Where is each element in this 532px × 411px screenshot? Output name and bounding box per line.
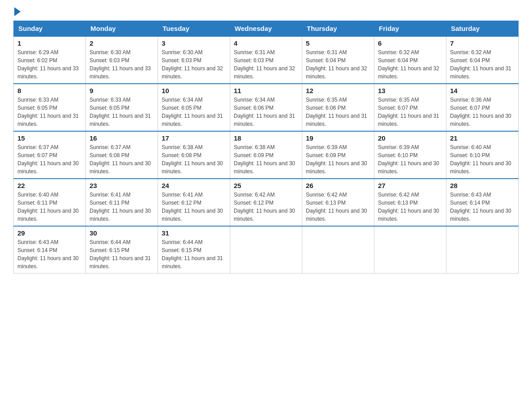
day-number: 19: [306, 134, 370, 142]
day-info: Sunrise: 6:39 AMSunset: 6:10 PMDaylight:…: [378, 144, 439, 175]
day-info: Sunrise: 6:44 AMSunset: 6:15 PMDaylight:…: [162, 239, 223, 270]
calendar-week-row: 1 Sunrise: 6:29 AMSunset: 6:02 PMDayligh…: [14, 36, 519, 84]
calendar-header-thursday: Thursday: [302, 21, 374, 37]
calendar-header-row: SundayMondayTuesdayWednesdayThursdayFrid…: [14, 21, 519, 37]
calendar-day-cell: 13 Sunrise: 6:35 AMSunset: 6:07 PMDaylig…: [374, 84, 446, 131]
calendar-day-cell: 20 Sunrise: 6:39 AMSunset: 6:10 PMDaylig…: [374, 131, 446, 179]
day-number: 5: [306, 39, 370, 47]
day-info: Sunrise: 6:42 AMSunset: 6:12 PMDaylight:…: [234, 192, 295, 222]
calendar-day-cell: 27 Sunrise: 6:42 AMSunset: 6:13 PMDaylig…: [374, 179, 446, 226]
day-number: 18: [234, 134, 298, 142]
calendar-day-cell: 9 Sunrise: 6:33 AMSunset: 6:05 PMDayligh…: [86, 84, 158, 131]
calendar-header-tuesday: Tuesday: [158, 21, 230, 37]
day-info: Sunrise: 6:36 AMSunset: 6:07 PMDaylight:…: [450, 97, 511, 127]
day-info: Sunrise: 6:32 AMSunset: 6:04 PMDaylight:…: [450, 49, 511, 80]
day-number: 30: [90, 229, 154, 237]
calendar-day-cell: 25 Sunrise: 6:42 AMSunset: 6:12 PMDaylig…: [230, 179, 302, 226]
day-number: 17: [162, 134, 226, 142]
calendar-day-cell: 22 Sunrise: 6:40 AMSunset: 6:11 PMDaylig…: [14, 179, 86, 226]
day-number: 9: [90, 87, 154, 94]
day-number: 15: [17, 134, 82, 142]
calendar-day-cell: 17 Sunrise: 6:38 AMSunset: 6:08 PMDaylig…: [158, 131, 230, 179]
day-number: 22: [17, 182, 82, 189]
calendar-week-row: 22 Sunrise: 6:40 AMSunset: 6:11 PMDaylig…: [14, 179, 519, 226]
calendar-header-wednesday: Wednesday: [230, 21, 302, 37]
day-info: Sunrise: 6:39 AMSunset: 6:09 PMDaylight:…: [306, 144, 367, 175]
calendar-day-cell: 3 Sunrise: 6:30 AMSunset: 6:03 PMDayligh…: [158, 36, 230, 84]
calendar-day-cell: 2 Sunrise: 6:30 AMSunset: 6:03 PMDayligh…: [86, 36, 158, 84]
day-number: 16: [90, 134, 154, 142]
day-number: 26: [306, 182, 370, 189]
calendar-day-cell: 30 Sunrise: 6:44 AMSunset: 6:15 PMDaylig…: [86, 226, 158, 274]
calendar-header-saturday: Saturday: [446, 21, 519, 37]
day-info: Sunrise: 6:42 AMSunset: 6:13 PMDaylight:…: [306, 192, 367, 222]
day-info: Sunrise: 6:30 AMSunset: 6:03 PMDaylight:…: [90, 49, 151, 80]
day-number: 11: [234, 87, 298, 94]
day-info: Sunrise: 6:30 AMSunset: 6:03 PMDaylight:…: [162, 49, 223, 80]
calendar-day-cell: 24 Sunrise: 6:41 AMSunset: 6:12 PMDaylig…: [158, 179, 230, 226]
day-info: Sunrise: 6:37 AMSunset: 6:07 PMDaylight:…: [17, 144, 79, 175]
day-number: 2: [90, 39, 154, 47]
calendar-day-cell: [230, 226, 302, 274]
day-number: 31: [162, 229, 226, 237]
logo-arrow-icon: [14, 7, 21, 16]
calendar-day-cell: [374, 226, 446, 274]
calendar-day-cell: 10 Sunrise: 6:34 AMSunset: 6:05 PMDaylig…: [158, 84, 230, 131]
day-number: 24: [162, 182, 226, 189]
day-info: Sunrise: 6:33 AMSunset: 6:05 PMDaylight:…: [17, 97, 79, 127]
day-info: Sunrise: 6:42 AMSunset: 6:13 PMDaylight:…: [378, 192, 439, 222]
calendar-day-cell: 29 Sunrise: 6:43 AMSunset: 6:14 PMDaylig…: [14, 226, 86, 274]
day-info: Sunrise: 6:38 AMSunset: 6:08 PMDaylight:…: [162, 144, 223, 175]
calendar-day-cell: 1 Sunrise: 6:29 AMSunset: 6:02 PMDayligh…: [14, 36, 86, 84]
day-info: Sunrise: 6:34 AMSunset: 6:05 PMDaylight:…: [162, 97, 223, 127]
day-info: Sunrise: 6:32 AMSunset: 6:04 PMDaylight:…: [378, 49, 439, 80]
day-info: Sunrise: 6:40 AMSunset: 6:11 PMDaylight:…: [17, 192, 79, 222]
day-number: 13: [378, 87, 442, 94]
day-number: 3: [162, 39, 226, 47]
calendar-day-cell: 4 Sunrise: 6:31 AMSunset: 6:03 PMDayligh…: [230, 36, 302, 84]
logo: [13, 9, 21, 16]
day-info: Sunrise: 6:38 AMSunset: 6:09 PMDaylight:…: [234, 144, 295, 175]
day-info: Sunrise: 6:33 AMSunset: 6:05 PMDaylight:…: [90, 97, 151, 127]
day-number: 20: [378, 134, 442, 142]
calendar-day-cell: 31 Sunrise: 6:44 AMSunset: 6:15 PMDaylig…: [158, 226, 230, 274]
day-number: 6: [378, 39, 442, 47]
day-number: 23: [90, 182, 154, 189]
day-info: Sunrise: 6:35 AMSunset: 6:06 PMDaylight:…: [306, 97, 367, 127]
day-info: Sunrise: 6:35 AMSunset: 6:07 PMDaylight:…: [378, 97, 439, 127]
calendar-day-cell: 8 Sunrise: 6:33 AMSunset: 6:05 PMDayligh…: [14, 84, 86, 131]
day-number: 7: [450, 39, 515, 47]
day-info: Sunrise: 6:43 AMSunset: 6:14 PMDaylight:…: [17, 239, 79, 270]
calendar-week-row: 15 Sunrise: 6:37 AMSunset: 6:07 PMDaylig…: [14, 131, 519, 179]
calendar-table: SundayMondayTuesdayWednesdayThursdayFrid…: [13, 21, 519, 274]
calendar-header-sunday: Sunday: [14, 21, 86, 37]
day-number: 10: [162, 87, 226, 94]
calendar-day-cell: [302, 226, 374, 274]
day-info: Sunrise: 6:40 AMSunset: 6:10 PMDaylight:…: [450, 144, 511, 175]
calendar-day-cell: 6 Sunrise: 6:32 AMSunset: 6:04 PMDayligh…: [374, 36, 446, 84]
calendar-day-cell: 15 Sunrise: 6:37 AMSunset: 6:07 PMDaylig…: [14, 131, 86, 179]
day-info: Sunrise: 6:34 AMSunset: 6:06 PMDaylight:…: [234, 97, 295, 127]
day-number: 8: [17, 87, 82, 94]
calendar-day-cell: 11 Sunrise: 6:34 AMSunset: 6:06 PMDaylig…: [230, 84, 302, 131]
day-info: Sunrise: 6:37 AMSunset: 6:08 PMDaylight:…: [90, 144, 151, 175]
day-number: 1: [17, 39, 82, 47]
calendar-day-cell: 19 Sunrise: 6:39 AMSunset: 6:09 PMDaylig…: [302, 131, 374, 179]
calendar-day-cell: 26 Sunrise: 6:42 AMSunset: 6:13 PMDaylig…: [302, 179, 374, 226]
day-info: Sunrise: 6:31 AMSunset: 6:03 PMDaylight:…: [234, 49, 295, 80]
day-number: 4: [234, 39, 298, 47]
calendar-day-cell: 16 Sunrise: 6:37 AMSunset: 6:08 PMDaylig…: [86, 131, 158, 179]
calendar-day-cell: 28 Sunrise: 6:43 AMSunset: 6:14 PMDaylig…: [446, 179, 519, 226]
day-number: 28: [450, 182, 515, 189]
day-number: 21: [450, 134, 515, 142]
calendar-week-row: 29 Sunrise: 6:43 AMSunset: 6:14 PMDaylig…: [14, 226, 519, 274]
day-info: Sunrise: 6:44 AMSunset: 6:15 PMDaylight:…: [90, 239, 151, 270]
day-number: 25: [234, 182, 298, 189]
calendar-day-cell: 12 Sunrise: 6:35 AMSunset: 6:06 PMDaylig…: [302, 84, 374, 131]
calendar-week-row: 8 Sunrise: 6:33 AMSunset: 6:05 PMDayligh…: [14, 84, 519, 131]
day-info: Sunrise: 6:41 AMSunset: 6:12 PMDaylight:…: [162, 192, 223, 222]
day-number: 27: [378, 182, 442, 189]
calendar-header-monday: Monday: [86, 21, 158, 37]
calendar-day-cell: 7 Sunrise: 6:32 AMSunset: 6:04 PMDayligh…: [446, 36, 519, 84]
calendar-header-friday: Friday: [374, 21, 446, 37]
